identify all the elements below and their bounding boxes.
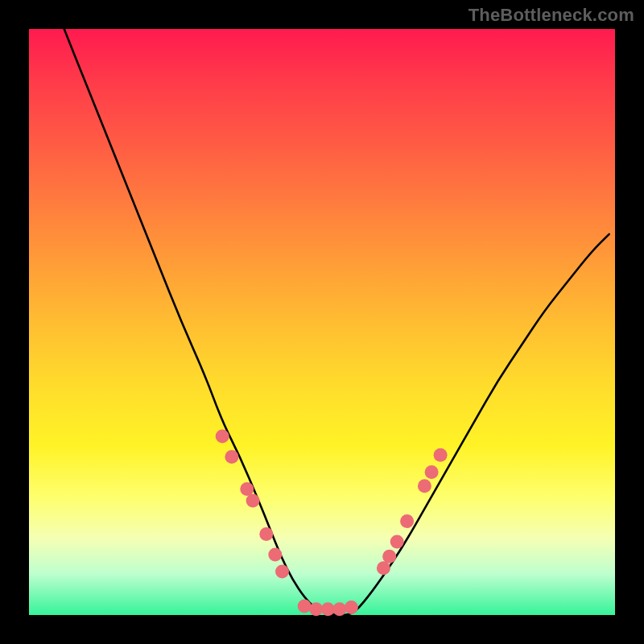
curve-markers xyxy=(216,430,448,617)
curve-marker xyxy=(390,535,404,549)
curve-marker xyxy=(332,602,346,616)
plot-area xyxy=(29,29,615,615)
curve-marker xyxy=(216,430,229,444)
curve-marker xyxy=(225,450,238,464)
curve-marker xyxy=(268,548,282,562)
curve-marker xyxy=(240,482,254,496)
curve-marker xyxy=(418,479,431,493)
curve-marker xyxy=(298,600,312,613)
curve-marker xyxy=(345,601,358,614)
curve-marker xyxy=(434,448,448,462)
chart-frame: TheBottleneck.com xyxy=(0,0,644,644)
curve-marker xyxy=(321,602,335,616)
curve-marker xyxy=(259,527,273,541)
curve-marker xyxy=(382,550,396,564)
curve-marker xyxy=(309,602,323,616)
chart-svg xyxy=(29,29,615,615)
bottleneck-curve xyxy=(64,29,609,615)
curve-marker xyxy=(246,494,260,508)
curve-marker xyxy=(275,565,289,579)
curve-marker xyxy=(377,561,390,575)
attribution-watermark: TheBottleneck.com xyxy=(469,5,634,26)
curve-marker xyxy=(400,514,414,528)
curve-marker xyxy=(425,465,439,479)
